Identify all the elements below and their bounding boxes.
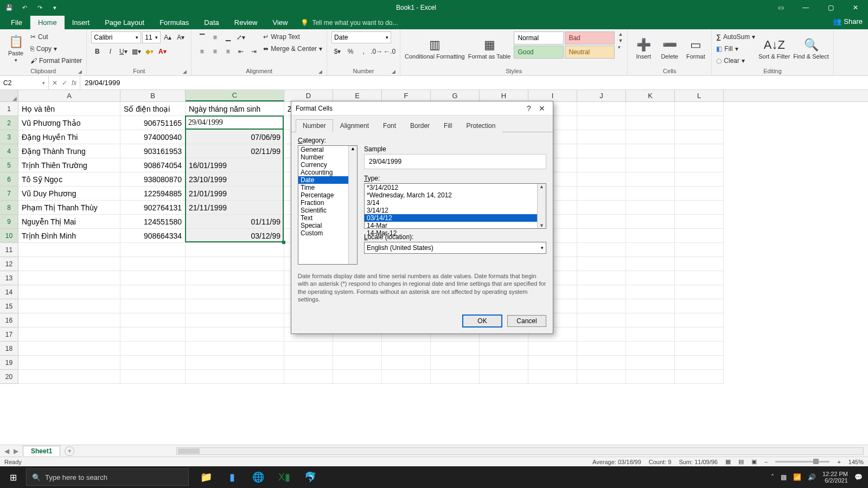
row-header[interactable]: 10 xyxy=(0,229,18,243)
decrease-decimal-icon[interactable]: ←.0 xyxy=(384,46,395,57)
cell[interactable]: 906751165 xyxy=(120,116,186,130)
cell[interactable] xyxy=(431,356,480,370)
dialog-close-icon[interactable]: ✕ xyxy=(535,104,548,113)
italic-button[interactable]: I xyxy=(104,46,116,57)
percent-format-icon[interactable]: % xyxy=(344,46,356,57)
align-middle-icon[interactable]: ≡ xyxy=(209,31,221,43)
column-header[interactable]: C xyxy=(186,90,284,101)
clear-button[interactable]: ◌ Clear ▾ xyxy=(716,55,755,66)
dialog-tab[interactable]: Fill xyxy=(437,119,459,132)
tray-clock[interactable]: 12:22 PM6/2/2021 xyxy=(822,471,848,484)
cell[interactable] xyxy=(284,356,333,370)
cell[interactable]: 903161953 xyxy=(120,144,186,158)
cell[interactable] xyxy=(382,370,431,384)
dialog-tab[interactable]: Alignment xyxy=(333,119,376,132)
type-item[interactable]: *Wednesday, March 14, 2012 xyxy=(365,191,546,199)
row-header[interactable]: 3 xyxy=(0,130,18,144)
cell[interactable] xyxy=(120,285,186,299)
cell[interactable] xyxy=(18,271,120,285)
paste-button[interactable]: 📋Paste▾ xyxy=(4,31,27,66)
increase-decimal-icon[interactable]: .0→ xyxy=(371,46,382,57)
maximize-icon[interactable]: ▢ xyxy=(818,0,843,15)
styles-scroll-down-icon[interactable]: ▼ xyxy=(618,38,623,43)
tray-network-icon[interactable]: ▩ xyxy=(781,473,787,481)
cell[interactable] xyxy=(577,257,626,271)
qat-customize-icon[interactable]: ▾ xyxy=(49,2,61,14)
cell[interactable] xyxy=(186,243,284,257)
cell[interactable]: 124551580 xyxy=(120,215,186,229)
add-sheet-button[interactable]: + xyxy=(65,446,74,456)
tell-me-search[interactable]: 💡Tell me what you want to do... xyxy=(295,16,403,29)
row-header[interactable]: 12 xyxy=(0,257,18,271)
sheet-nav-next-icon[interactable]: ▶ xyxy=(14,447,18,455)
cell[interactable]: 16/01/1999 xyxy=(186,158,284,172)
tab-data[interactable]: Data xyxy=(196,16,226,29)
cell[interactable] xyxy=(626,342,675,356)
format-as-table-button[interactable]: ▦Format as Table xyxy=(468,31,511,66)
cell[interactable] xyxy=(480,370,528,384)
cell[interactable] xyxy=(626,328,675,342)
tab-page-layout[interactable]: Page Layout xyxy=(97,16,152,29)
merge-center-button[interactable]: ⬌Merge & Center ▾ xyxy=(263,43,322,54)
cell[interactable] xyxy=(528,342,577,356)
cell[interactable]: 902764131 xyxy=(120,201,186,215)
copy-button[interactable]: ⎘Copy ▾ xyxy=(30,43,82,54)
tray-notifications-icon[interactable]: 💬 xyxy=(854,473,863,481)
row-header[interactable]: 18 xyxy=(0,342,18,356)
taskbar-app-excel[interactable]: X▮ xyxy=(271,466,297,488)
cell[interactable] xyxy=(675,187,724,201)
cancel-button[interactable]: Cancel xyxy=(507,315,546,327)
decrease-font-icon[interactable]: A▾ xyxy=(175,31,187,43)
row-header[interactable]: 19 xyxy=(0,356,18,370)
align-center-icon[interactable]: ≡ xyxy=(209,46,221,57)
enter-formula-icon[interactable]: ✓ xyxy=(62,79,67,87)
row-header[interactable]: 11 xyxy=(0,243,18,257)
decrease-indent-icon[interactable]: ⇤ xyxy=(235,46,247,57)
type-listbox[interactable]: *3/14/2012*Wednesday, March 14, 20123/14… xyxy=(364,183,546,229)
cell[interactable]: Họ và tên xyxy=(18,102,120,116)
style-good[interactable]: Good xyxy=(514,46,564,59)
cell[interactable] xyxy=(675,130,724,144)
cell[interactable] xyxy=(186,356,284,370)
type-item[interactable]: 14-Mar-12 xyxy=(365,229,546,237)
column-header[interactable]: K xyxy=(626,90,675,101)
taskbar-search[interactable]: 🔍Type here to search xyxy=(26,468,189,486)
view-layout-icon[interactable]: ▤ xyxy=(738,458,744,465)
close-icon[interactable]: ✕ xyxy=(843,0,868,15)
cell[interactable] xyxy=(675,102,724,116)
row-header[interactable]: 14 xyxy=(0,285,18,299)
cell[interactable] xyxy=(120,328,186,342)
column-header[interactable]: H xyxy=(480,90,528,101)
cell[interactable] xyxy=(18,257,120,271)
cell[interactable] xyxy=(626,172,675,187)
tab-review[interactable]: Review xyxy=(227,16,265,29)
row-header[interactable]: 15 xyxy=(0,299,18,313)
cell[interactable] xyxy=(675,370,724,384)
comma-format-icon[interactable]: , xyxy=(358,46,369,57)
cell[interactable] xyxy=(626,271,675,285)
fx-icon[interactable]: fx xyxy=(72,79,76,87)
cell[interactable] xyxy=(577,285,626,299)
category-listbox[interactable]: GeneralNumberCurrencyAccountingDateTimeP… xyxy=(298,145,358,265)
cell[interactable] xyxy=(577,299,626,313)
view-pagebreak-icon[interactable]: ▣ xyxy=(751,458,757,465)
cell[interactable] xyxy=(18,342,120,356)
cell[interactable]: Đặng Huyền Thi xyxy=(18,130,120,144)
cell[interactable] xyxy=(120,271,186,285)
cell[interactable] xyxy=(626,201,675,215)
row-header[interactable]: 20 xyxy=(0,370,18,384)
font-color-button[interactable]: A▾ xyxy=(156,46,168,57)
cell[interactable] xyxy=(626,187,675,201)
share-button[interactable]: 👥Share xyxy=(833,17,863,25)
cell[interactable] xyxy=(284,342,333,356)
taskbar-app-other[interactable]: 🐬 xyxy=(297,466,323,488)
row-header[interactable]: 17 xyxy=(0,328,18,342)
dialog-tab[interactable]: Font xyxy=(376,119,403,132)
cell[interactable] xyxy=(120,370,186,384)
cell[interactable] xyxy=(120,257,186,271)
cell[interactable] xyxy=(382,356,431,370)
style-neutral[interactable]: Neutral xyxy=(565,46,615,59)
cell[interactable] xyxy=(626,370,675,384)
style-normal[interactable]: Normal xyxy=(514,31,564,44)
cell[interactable]: Trịnh Đình Minh xyxy=(18,229,120,243)
